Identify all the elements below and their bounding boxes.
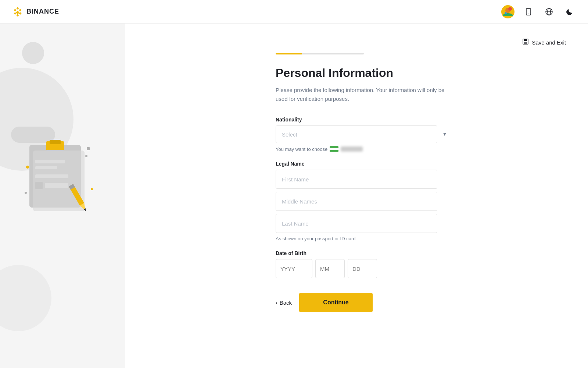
suggestion-prefix: You may want to choose	[276, 146, 327, 152]
globe-icon	[545, 8, 553, 16]
nationality-select[interactable]: Select	[276, 125, 437, 143]
continue-button[interactable]: Continue	[299, 293, 373, 312]
svg-marker-2	[19, 9, 22, 11]
legal-name-label: Legal Name	[276, 161, 452, 167]
logo[interactable]: BINANCE	[12, 6, 59, 18]
first-name-input[interactable]	[276, 170, 437, 189]
save-icon	[522, 38, 529, 45]
suggestion-flag-icon	[330, 146, 338, 152]
svg-point-32	[91, 188, 93, 190]
svg-point-9	[508, 7, 512, 11]
deco-circle-medium	[0, 265, 51, 331]
deco-circle-small	[22, 42, 44, 64]
nationality-label: Nationality	[276, 117, 452, 123]
clipboard-svg	[22, 134, 96, 215]
progress-bar-fill	[276, 53, 302, 54]
form-container: Personal Information Please provide the …	[261, 24, 452, 334]
avatar-icon	[501, 5, 514, 18]
select-arrow-icon: ▼	[442, 132, 447, 137]
dob-year-input[interactable]	[276, 259, 312, 278]
svg-rect-18	[50, 140, 61, 144]
kyc-illustration	[22, 134, 96, 216]
svg-point-10	[505, 12, 507, 14]
last-name-input[interactable]	[276, 214, 437, 233]
mobile-icon	[524, 8, 533, 16]
back-label: Back	[280, 300, 292, 306]
save-exit-button[interactable]: Save and Exit	[522, 38, 566, 46]
svg-marker-1	[14, 9, 17, 11]
sidebar-decoration	[0, 24, 125, 368]
svg-rect-36	[524, 42, 527, 44]
globe-icon-button[interactable]	[542, 5, 556, 18]
avatar-button[interactable]	[501, 5, 514, 18]
dob-section: Date of Birth	[276, 250, 452, 278]
dob-day-input[interactable]	[348, 259, 377, 278]
save-exit-icon	[522, 38, 529, 46]
dob-label: Date of Birth	[276, 250, 452, 256]
legal-name-section: Legal Name As shown on your passport or …	[276, 161, 452, 241]
action-row: ‹ Back Continue	[276, 293, 452, 312]
nationality-suggestion: You may want to choose	[276, 146, 452, 152]
svg-point-29	[26, 166, 29, 169]
page-title: Personal Information	[276, 66, 452, 80]
middle-name-input[interactable]	[276, 192, 437, 211]
header-icons	[501, 5, 576, 18]
nationality-select-wrapper: Select ▼	[276, 125, 452, 143]
main-layout: Save and Exit Personal Information Pleas…	[0, 24, 588, 368]
dob-inputs-row	[276, 259, 452, 278]
svg-rect-33	[87, 147, 90, 150]
suggestion-country-blurred	[341, 146, 363, 152]
dob-month-input[interactable]	[315, 259, 345, 278]
progress-bar	[276, 53, 364, 54]
nationality-section: Nationality Select ▼ You may want to cho…	[276, 117, 452, 152]
svg-marker-0	[17, 7, 19, 10]
svg-point-31	[25, 192, 27, 194]
binance-logo-icon	[12, 6, 24, 18]
legal-name-note: As shown on your passport or ID card	[276, 236, 452, 241]
svg-point-12	[528, 14, 529, 14]
svg-point-30	[85, 155, 87, 157]
dark-mode-button[interactable]	[563, 5, 576, 18]
logo-text: BINANCE	[26, 8, 59, 15]
header: BINANCE	[0, 0, 588, 24]
svg-marker-6	[17, 14, 19, 17]
page-subtitle: Please provide the following information…	[276, 86, 445, 103]
back-chevron-icon: ‹	[276, 300, 277, 305]
mobile-icon-button[interactable]	[522, 5, 535, 18]
save-exit-label: Save and Exit	[532, 39, 566, 46]
svg-marker-3	[16, 11, 19, 14]
svg-rect-24	[33, 151, 85, 211]
moon-icon	[566, 8, 574, 16]
svg-rect-35	[524, 39, 527, 41]
back-button[interactable]: ‹ Back	[276, 300, 292, 306]
content-area: Save and Exit Personal Information Pleas…	[125, 24, 588, 368]
